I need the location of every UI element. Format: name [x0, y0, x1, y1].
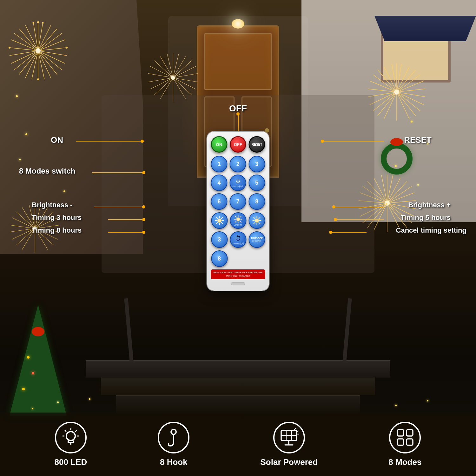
- timer-spacer2: [248, 250, 265, 267]
- btn-4[interactable]: 4: [211, 175, 228, 191]
- hook-label: 8 Hook: [160, 457, 188, 467]
- svg-line-34: [173, 54, 179, 78]
- led-feature: 800 LED: [55, 422, 87, 467]
- stairs-container: [86, 360, 390, 413]
- btn-2[interactable]: 2: [230, 156, 246, 172]
- svg-point-26: [36, 48, 41, 53]
- top-buttons-row: ON OFF RESET: [211, 136, 265, 153]
- svg-line-2: [33, 23, 38, 51]
- on-label: ON: [51, 135, 63, 145]
- reset-annotation: RESET: [404, 135, 432, 145]
- solar-icon-circle: [273, 422, 305, 453]
- timing5-dot: [334, 218, 337, 221]
- btn-8[interactable]: 8: [248, 193, 265, 210]
- modes-icon-circle: [389, 422, 421, 453]
- reset-label: RESET: [404, 135, 432, 145]
- bright-plus-dot: [332, 205, 335, 208]
- stair-2: [101, 378, 375, 395]
- sparkle-topright: [365, 60, 428, 124]
- left-tree: [10, 305, 67, 416]
- svg-point-27: [37, 21, 39, 23]
- timer-center-button[interactable]: ⏱ TIMER/定时: [230, 231, 246, 248]
- ground-light-r1: [395, 405, 397, 406]
- timer-row: 3 ⏱ TIMER/定时 TIME-OFF 取消定时: [211, 231, 265, 248]
- svg-line-7: [38, 33, 62, 51]
- mode-button[interactable]: ⚙ MODE模式: [230, 175, 246, 191]
- led-icon: [61, 428, 80, 447]
- svg-line-151: [259, 217, 260, 219]
- timing3-label: Timing 3 hours: [32, 214, 82, 221]
- svg-line-150: [259, 222, 260, 224]
- svg-rect-175: [397, 439, 404, 445]
- svg-line-35: [167, 54, 173, 78]
- string-light-r1: [411, 121, 413, 122]
- brightness-plus-icon: [252, 216, 261, 225]
- svg-rect-176: [407, 439, 413, 445]
- svg-point-124: [385, 201, 390, 206]
- reset-button[interactable]: RESET: [249, 136, 265, 153]
- btn-5[interactable]: 5: [248, 175, 265, 191]
- off-line: [238, 114, 239, 132]
- off-button[interactable]: OFF: [230, 136, 246, 153]
- bottom-feature-bar: 800 LED 8 Hook: [0, 413, 476, 476]
- svg-point-28: [42, 22, 44, 24]
- svg-line-13: [38, 51, 67, 56]
- sparkle-topleft: [6, 19, 70, 83]
- svg-line-140: [235, 216, 236, 217]
- brightness-minus-button[interactable]: [211, 212, 228, 229]
- door-window-top: [204, 33, 272, 90]
- svg-point-32: [37, 78, 39, 80]
- tree-light-1: [22, 388, 25, 390]
- svg-line-55: [397, 64, 401, 92]
- timing8-label: Timing 8 hours: [32, 226, 82, 234]
- ground-light-1: [32, 408, 33, 409]
- on-button[interactable]: ON: [211, 136, 228, 153]
- svg-point-29: [33, 22, 34, 24]
- timer-icon: ⏱: [235, 235, 241, 242]
- led-icon-circle: [55, 422, 87, 453]
- wreath: [381, 143, 413, 175]
- reset-dot: [321, 140, 324, 143]
- time-off-cn: 取消定时: [252, 240, 261, 242]
- svg-point-31: [9, 47, 10, 49]
- remote-control: ON OFF RESET 1 2 3 4 ⚙ MODE模式 5 6 7 8: [207, 132, 269, 291]
- svg-line-14: [10, 51, 38, 56]
- string-light-r5: [386, 203, 387, 205]
- timer3-button[interactable]: 3: [211, 231, 228, 248]
- svg-point-135: [236, 218, 240, 221]
- time-off-label: TIME-OFF: [251, 237, 263, 240]
- dim-button[interactable]: DIM亮度: [230, 212, 246, 229]
- btn-3[interactable]: 3: [248, 156, 265, 172]
- modes-label: 8 Modes: [388, 457, 421, 467]
- brightness-minus-icon: [215, 216, 224, 225]
- svg-line-101: [387, 175, 393, 203]
- svg-point-30: [66, 47, 68, 49]
- hook-feature: 8 Hook: [158, 422, 189, 467]
- btn-6[interactable]: 6: [211, 193, 228, 210]
- svg-point-53: [171, 76, 175, 80]
- cancel-label: Cancel timing setting: [396, 226, 466, 234]
- svg-line-56: [392, 64, 397, 92]
- modes-feature: 8 Modes: [388, 422, 421, 467]
- on-line: [76, 141, 144, 142]
- btn-7[interactable]: 7: [230, 193, 246, 210]
- timer-bottom-row: 8: [211, 250, 265, 267]
- svg-rect-173: [397, 430, 404, 436]
- btn-1[interactable]: 1: [211, 156, 228, 172]
- on-dot: [141, 140, 144, 143]
- timing8-line: [108, 232, 144, 233]
- svg-line-67: [397, 92, 425, 97]
- modes-label: 8 Modes switch: [19, 167, 75, 175]
- ground-light-2: [57, 401, 59, 403]
- svg-line-149: [254, 217, 255, 219]
- brightness-minus-label: Brightness -: [32, 201, 72, 209]
- tree-shape: [10, 305, 67, 416]
- brightness-plus-button[interactable]: [248, 212, 265, 229]
- dim-label-cn: DIM亮度: [234, 224, 242, 226]
- timer8-button[interactable]: 8: [211, 250, 228, 267]
- on-annotation: ON: [51, 135, 63, 145]
- numpad: 1 2 3 4 ⚙ MODE模式 5 6 7 8: [211, 156, 265, 210]
- time-off-button[interactable]: TIME-OFF 取消定时: [248, 231, 265, 248]
- mode-icon: ⚙: [235, 178, 241, 185]
- remote-notch: [231, 282, 245, 285]
